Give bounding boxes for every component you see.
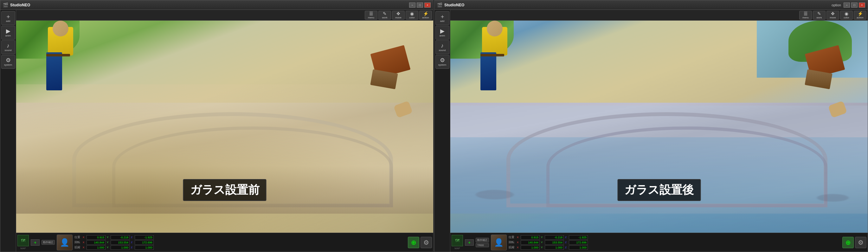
- add-point-btn-left[interactable]: +: [31, 239, 40, 246]
- char-icon: 👤: [60, 238, 69, 247]
- scale-row-right: 拡縮 X Y Z: [508, 245, 588, 250]
- anim-btn-left[interactable]: ▶ anim: [1, 26, 15, 40]
- work-icon: ✎: [383, 11, 386, 16]
- overlay-text-left: ガラス設置前: [183, 179, 267, 201]
- overlay-text-right: ガラス設置後: [617, 179, 701, 201]
- scale-z-left[interactable]: [135, 245, 154, 250]
- window-left: 🎬 StudioNEO − □ × ＋ add ▶ anim ♪ sound: [0, 0, 434, 252]
- system-btn-left[interactable]: ⚙ system: [1, 55, 15, 69]
- move-icon: ✥: [397, 11, 400, 16]
- add-icon-right: ＋: [439, 13, 445, 19]
- titlebar-right: 🎬 StudioNEO option − □ ×: [434, 0, 868, 10]
- char-preview-right[interactable]: 👤: [491, 234, 507, 250]
- viewport-right[interactable]: ガラス設置後: [450, 21, 868, 233]
- add-circle-icon-right: ⊕: [845, 239, 851, 246]
- close-btn-left[interactable]: ×: [424, 3, 431, 8]
- pos-x-right[interactable]: [521, 235, 540, 240]
- pos-z-left[interactable]: [135, 235, 154, 240]
- work-btn-right[interactable]: ✎ work: [813, 11, 826, 20]
- kinect-btn-right[interactable]: 動作補正: [476, 238, 489, 243]
- work-icon-right: ✎: [817, 11, 821, 16]
- anim-btn-right[interactable]: ▶ anim: [435, 26, 450, 40]
- add-btn-right[interactable]: ＋ add: [435, 11, 450, 25]
- gear-action-icon: ⚙: [423, 239, 429, 246]
- color-icon: ◉: [410, 11, 414, 16]
- scale-y-right[interactable]: [545, 245, 564, 250]
- menu-btn-left[interactable]: ☰ menu: [365, 11, 377, 20]
- char-preview-left[interactable]: 👤: [57, 234, 72, 250]
- anim-icon-right: ▶: [440, 28, 445, 34]
- pos-y-left[interactable]: [111, 235, 130, 240]
- color-btn-right[interactable]: ◉ color: [840, 11, 853, 20]
- add-action-btn-left[interactable]: ⊕: [408, 237, 419, 248]
- maximize-btn-left[interactable]: □: [417, 3, 423, 8]
- move-btn-right[interactable]: ✥ move: [827, 11, 839, 20]
- system-btn-right[interactable]: ⚙ system: [435, 55, 450, 69]
- rot-y-right[interactable]: [545, 240, 564, 245]
- action-icon-right: ⚡: [858, 11, 863, 16]
- map-btn-right[interactable]: 🗺: [452, 235, 463, 246]
- rot-y-left[interactable]: [111, 240, 130, 245]
- scale-row-left: 拡縮 X Y Z: [74, 245, 154, 250]
- scale-x-right[interactable]: [521, 245, 540, 250]
- rot-row-left: 回転 X Y Z: [74, 240, 154, 245]
- viewport-left[interactable]: ガラス設置前: [16, 21, 433, 233]
- menu-btn-right[interactable]: ☰ menu: [799, 11, 812, 20]
- add-circle-icon: ⊕: [411, 239, 416, 246]
- move-btn-left[interactable]: ✥ move: [392, 11, 405, 20]
- free-btn-right[interactable]: TREE: [476, 243, 489, 247]
- scale-x-left[interactable]: [87, 245, 105, 250]
- sound-btn-right[interactable]: ♪ sound: [435, 40, 450, 54]
- viewport-area-right: ☰ menu ✎ work ✥ move ◉ color ⚡ action: [450, 10, 868, 252]
- sound-icon-left: ♪: [7, 43, 9, 49]
- pos-y-right[interactable]: [545, 235, 564, 240]
- map-icon-symbol: 🗺: [21, 238, 25, 243]
- action-btn-right[interactable]: ⚡ action: [854, 11, 866, 20]
- char-icon-right: 👤: [494, 238, 503, 247]
- scale-y-left[interactable]: [111, 245, 130, 250]
- rot-z-right[interactable]: [569, 240, 588, 245]
- map-section-left: 🗺 MAP: [18, 235, 29, 250]
- kinect-btn-left[interactable]: 動作補正: [41, 240, 55, 245]
- rot-z-left[interactable]: [135, 240, 154, 245]
- bottom-bar-left: 🗺 MAP + 動作補正 👤 位置: [16, 233, 433, 252]
- map-btn-left[interactable]: 🗺: [18, 235, 29, 246]
- add-icon: ＋: [5, 13, 11, 19]
- window-title-left: StudioNEO: [10, 3, 30, 7]
- sound-btn-left[interactable]: ♪ sound: [1, 40, 15, 54]
- pos-z-right[interactable]: [569, 235, 588, 240]
- main-area-left: ＋ add ▶ anim ♪ sound ⚙ system ☰ menu: [0, 10, 433, 252]
- minimize-btn-left[interactable]: −: [409, 3, 415, 8]
- system-icon-right: ⚙: [440, 57, 445, 63]
- move-icon-right: ✥: [831, 11, 835, 16]
- system-icon-left: ⚙: [6, 57, 11, 63]
- add-point-btn-right[interactable]: +: [465, 239, 474, 246]
- coords-section-right: 位置 X Y Z 回転 X Y Z: [508, 235, 588, 250]
- add-action-btn-right[interactable]: ⊕: [842, 237, 854, 248]
- rot-x-left[interactable]: [87, 240, 105, 245]
- anim-icon: ▶: [6, 28, 10, 34]
- figure-right-2: [804, 30, 868, 141]
- titlebar-controls-left: − □ ×: [409, 3, 431, 8]
- maximize-btn-right[interactable]: □: [851, 3, 858, 8]
- figure-left-2: [370, 30, 433, 141]
- action-btn-left[interactable]: ⚡ action: [419, 11, 432, 20]
- figure-right-1: [469, 21, 526, 100]
- work-btn-left[interactable]: ✎ work: [378, 11, 391, 20]
- color-btn-left[interactable]: ◉ color: [406, 11, 418, 20]
- pos-x-left[interactable]: [87, 235, 105, 240]
- scale-z-right[interactable]: [569, 245, 588, 250]
- minimize-btn-right[interactable]: −: [844, 3, 850, 8]
- pos-row-right: 位置 X Y Z: [508, 235, 588, 240]
- gear-btn-right[interactable]: ⚙: [855, 237, 866, 248]
- close-btn-right[interactable]: ×: [859, 3, 865, 8]
- gear-btn-left[interactable]: ⚙: [421, 237, 432, 248]
- rot-x-right[interactable]: [521, 240, 540, 245]
- add-btn-left[interactable]: ＋ add: [1, 11, 15, 25]
- viewport-area-left: ☰ menu ✎ work ✥ move ◉ color ⚡ action: [16, 10, 433, 252]
- bottom-right-btns-right: ⊕ ⚙: [842, 237, 866, 248]
- bottom-bar-right: 🗺 MAP + 動作補正 TREE 👤: [450, 233, 868, 252]
- gear-action-icon-right: ⚙: [858, 239, 864, 246]
- map-section-right: 🗺 MAP: [452, 235, 463, 250]
- color-icon-right: ◉: [844, 11, 848, 16]
